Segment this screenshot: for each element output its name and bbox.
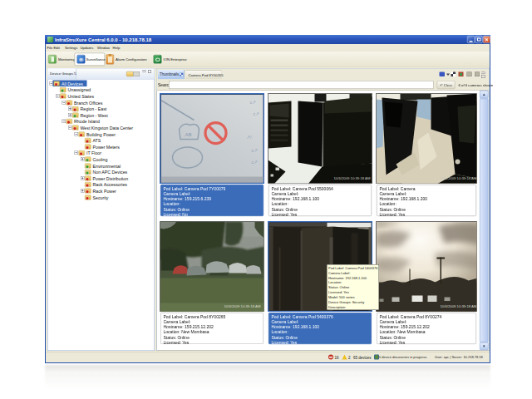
svg-text:10/6/2009 10:39:18 AM: 10/6/2009 10:39:18 AM: [441, 304, 477, 308]
svg-text:AB: AB: [185, 132, 192, 137]
svg-text:↗/: ↗/: [247, 135, 253, 140]
svg-text:10/6/2009 10:39:18 AM: 10/6/2009 10:39:18 AM: [441, 176, 477, 180]
svg-text:10/6/2009 10:39:18 AM: 10/6/2009 10:39:18 AM: [224, 304, 261, 308]
svg-text:c↗: c↗: [252, 160, 258, 165]
svg-text:c↗: c↗: [254, 111, 259, 116]
svg-text:c↗: c↗: [250, 100, 256, 105]
svg-text:c↗: c↗: [252, 148, 258, 153]
svg-text:10/6/2009 10:39:18 AM: 10/6/2009 10:39:18 AM: [334, 176, 371, 180]
